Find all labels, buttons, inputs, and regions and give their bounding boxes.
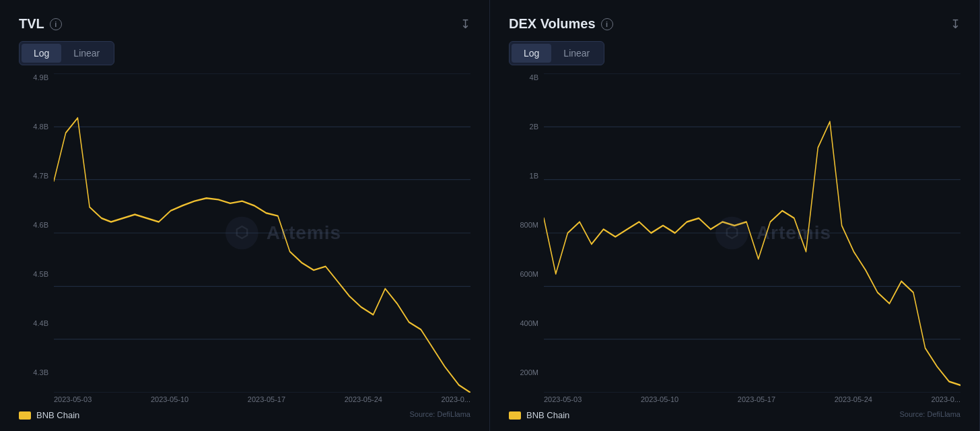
dex-x-3: 2023-05-17 [738,395,775,403]
dex-panel: DEX Volumes i ↧ Log Linear 4B 2B 1B 800M… [490,0,980,431]
tvl-y-4.8b: 4.8B [19,123,48,131]
tvl-x-3: 2023-05-17 [248,395,285,403]
dex-title-text: DEX Volumes [509,16,596,32]
dex-y-2b: 2B [509,123,538,131]
dex-x-4: 2023-05-24 [835,395,872,403]
dex-header: DEX Volumes i ↧ [509,16,960,32]
dex-chart-line [544,122,960,385]
dex-chart-svg [544,73,960,393]
tvl-title-text: TVL [19,16,44,32]
dex-toggle-group: Log Linear [509,41,604,65]
dex-y-800m: 800M [509,221,538,229]
tvl-x-1: 2023-05-03 [54,395,92,403]
dex-legend-dot [509,411,521,420]
dex-y-4b: 4B [509,73,538,81]
dex-x-1: 2023-05-03 [544,395,582,403]
tvl-y-4.4b: 4.4B [19,319,48,327]
tvl-bottom-row: BNB Chain Source: DefiLlama [19,406,470,420]
tvl-y-4.6b: 4.6B [19,221,48,229]
tvl-source: Source: DefiLlama [410,410,471,418]
dex-bottom-row: BNB Chain Source: DefiLlama [509,406,960,420]
tvl-linear-button[interactable]: Linear [61,44,112,63]
dex-source: Source: DefiLlama [900,410,961,418]
tvl-x-5: 2023-0... [442,395,470,403]
tvl-title: TVL i [19,16,62,32]
dex-legend: BNB Chain [509,410,569,420]
tvl-chart-area: 4.9B 4.8B 4.7B 4.6B 4.5B 4.4B 4.3B ⬡ Art… [19,73,470,393]
tvl-download-icon[interactable]: ↧ [460,17,470,32]
dex-y-600m: 600M [509,270,538,278]
dex-y-axis: 4B 2B 1B 800M 600M 400M 200M [509,73,544,393]
dex-linear-button[interactable]: Linear [551,44,602,63]
dex-y-200m: 200M [509,368,538,376]
tvl-toggle-group: Log Linear [19,41,114,65]
tvl-y-axis: 4.9B 4.8B 4.7B 4.6B 4.5B 4.4B 4.3B [19,73,54,393]
tvl-y-4.9b: 4.9B [19,73,48,81]
dex-legend-label: BNB Chain [526,410,569,420]
tvl-x-axis: 2023-05-03 2023-05-10 2023-05-17 2023-05… [19,393,470,403]
tvl-chart-svg [54,73,470,393]
tvl-y-4.7b: 4.7B [19,172,48,180]
dex-download-icon[interactable]: ↧ [950,17,960,32]
tvl-chart-line [54,118,470,393]
dex-x-2: 2023-05-10 [641,395,678,403]
dex-y-1b: 1B [509,172,538,180]
dex-y-400m: 400M [509,319,538,327]
tvl-x-2: 2023-05-10 [151,395,188,403]
tvl-chart-inner: ⬡ Artemis [54,73,470,393]
tvl-y-4.3b: 4.3B [19,368,48,376]
tvl-panel: TVL i ↧ Log Linear 4.9B 4.8B 4.7B 4.6B 4… [0,0,490,431]
dex-x-5: 2023-0... [932,395,960,403]
dex-title: DEX Volumes i [509,16,613,32]
dex-log-button[interactable]: Log [512,44,551,63]
dex-chart-inner: ⬡ Artemis [544,73,960,393]
tvl-x-4: 2023-05-24 [345,395,382,403]
dex-chart-area: 4B 2B 1B 800M 600M 400M 200M ⬡ Artemis [509,73,960,393]
dex-info-icon[interactable]: i [601,18,613,30]
tvl-log-button[interactable]: Log [22,44,61,63]
tvl-header: TVL i ↧ [19,16,470,32]
tvl-info-icon[interactable]: i [50,18,62,30]
tvl-legend-label: BNB Chain [36,410,79,420]
dex-x-axis: 2023-05-03 2023-05-10 2023-05-17 2023-05… [509,393,960,403]
tvl-y-4.5b: 4.5B [19,270,48,278]
tvl-legend: BNB Chain [19,410,79,420]
tvl-legend-dot [19,411,31,420]
